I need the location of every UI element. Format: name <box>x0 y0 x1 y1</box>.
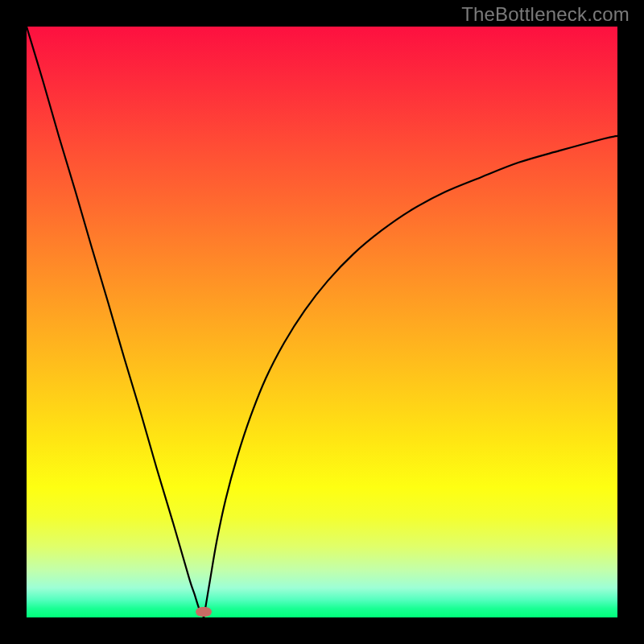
plot-area <box>27 27 617 617</box>
curve-path <box>27 27 617 617</box>
watermark-text: TheBottleneck.com <box>461 3 630 26</box>
minimum-marker <box>196 607 212 617</box>
chart-frame: TheBottleneck.com <box>0 0 644 644</box>
bottleneck-curve <box>27 27 617 617</box>
